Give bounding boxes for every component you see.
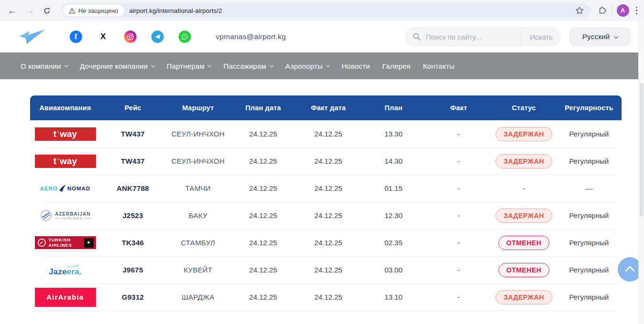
plan-time: 01.15 — [361, 184, 426, 192]
security-chip[interactable]: Не защищено — [63, 5, 124, 16]
extensions-icon[interactable] — [597, 6, 607, 15]
nav-item-7[interactable]: Галерея — [382, 62, 411, 70]
search-icon — [412, 32, 421, 41]
status-badge: ЗАДЕРЖАН — [496, 290, 552, 304]
reload-icon — [43, 7, 51, 15]
fact-time: - — [426, 211, 492, 219]
column-header: План — [361, 104, 426, 112]
site-logo[interactable] — [18, 29, 48, 45]
table-row: AERO NOMAD ANK7788 ТАМЧИ 24.12.25 24.12.… — [30, 175, 622, 202]
status-cell: ОТМЕНЕН — [491, 236, 557, 250]
aeronomad-logo: AERO NOMAD — [40, 184, 91, 193]
nav-item-label: Партнерам — [167, 62, 204, 70]
whatsapp-icon[interactable] — [179, 31, 191, 43]
facebook-icon[interactable]: f — [70, 31, 82, 43]
plan-date: 24.12.25 — [231, 266, 296, 274]
browser-menu-button[interactable] — [634, 5, 640, 17]
status-badge: ОТМЕНЕН — [498, 263, 550, 277]
language-selector[interactable]: Русский — [569, 27, 631, 46]
telegram-icon[interactable] — [151, 31, 164, 43]
fact-time: - — [426, 130, 492, 138]
nav-item-8[interactable]: Контакты — [423, 62, 454, 70]
airline-logo-cell: AirArabia — [30, 288, 100, 307]
status-cell: ЗАДЕРЖАН — [491, 154, 557, 168]
flight-number: J9675 — [100, 266, 166, 274]
nav-item-label: Аэропорты — [285, 62, 323, 70]
status-badge: ЗАДЕРЖАН — [496, 154, 552, 168]
chevron-down-icon — [151, 63, 155, 67]
forward-button[interactable]: → — [22, 3, 37, 18]
bird-logo-icon — [18, 29, 47, 45]
fact-time: - — [426, 239, 492, 247]
fact-date: 24.12.25 — [296, 293, 361, 301]
turkish-emblem-icon — [37, 238, 46, 247]
profile-avatar[interactable]: A — [617, 4, 629, 17]
airline-logo-cell: t’way — [30, 155, 100, 168]
chevron-up-icon — [625, 266, 635, 276]
tway-logo: t’way — [35, 127, 96, 141]
instagram-icon[interactable] — [124, 31, 137, 43]
nav-item-label: Дочерние компании — [80, 62, 148, 70]
nav-item-5[interactable]: Аэропорты — [285, 62, 329, 70]
airline-logo-cell: الجزيرة Jazeera. — [30, 264, 100, 276]
nav-item-label: Контакты — [423, 62, 454, 70]
nav-item-label: Пассажирам — [223, 62, 266, 70]
route: КУВЕЙТ — [166, 266, 231, 274]
fact-date: 24.12.25 — [296, 266, 361, 274]
address-bar[interactable]: Не защищено airport.kg/international-air… — [61, 3, 591, 18]
status-badge: ЗАДЕРЖАН — [496, 209, 552, 223]
regularity: — — [557, 184, 622, 192]
route: СЕУЛ-ИНЧХОН — [166, 130, 231, 138]
security-label: Не защищено — [78, 7, 118, 14]
url-text: airport.kg/international-airports/2 — [129, 7, 222, 14]
nav-item-1[interactable]: О компании — [21, 62, 67, 70]
browser-window: ← → Не защищено airport.kg/international… — [0, 0, 644, 324]
table-row: t’way TW437 СЕУЛ-ИНЧХОН 24.12.25 24.12.2… — [30, 147, 622, 175]
search-input[interactable] — [426, 33, 521, 41]
site-search: Искать — [405, 27, 560, 46]
fact-date: 24.12.25 — [296, 184, 361, 192]
airline-logo-cell: AERO NOMAD — [30, 184, 100, 193]
column-header: План дата — [231, 104, 296, 112]
column-header: Статус — [491, 104, 557, 112]
column-header: Маршрут — [166, 104, 231, 112]
nav-item-label: Галерея — [382, 62, 411, 70]
column-header: Авиакомпания — [30, 104, 100, 112]
nav-item-6[interactable]: Новости — [341, 62, 370, 70]
status-cell: ЗАДЕРЖАН — [491, 209, 557, 223]
route: ТАМЧИ — [166, 184, 231, 192]
bookmark-star-icon[interactable] — [575, 6, 584, 15]
reload-button[interactable] — [39, 3, 54, 18]
search-button[interactable]: Искать — [521, 28, 561, 46]
flights-table: АвиакомпанияРейсМаршрутПлан датаФакт дат… — [30, 95, 622, 311]
regularity: Регулярный — [557, 130, 622, 138]
scrollbar-thumb[interactable] — [640, 83, 644, 217]
flight-number: TK346 — [100, 239, 166, 247]
star-alliance-icon: ✶ — [84, 238, 94, 248]
nav-item-3[interactable]: Партнерам — [167, 62, 211, 70]
x-icon[interactable]: X — [97, 31, 109, 43]
status-cell: ЗАДЕРЖАН — [491, 290, 557, 304]
flight-number: ANK7788 — [100, 184, 166, 192]
table-body: t’way TW437 СЕУЛ-ИНЧХОН 24.12.25 24.12.2… — [30, 120, 622, 311]
avatar-letter: A — [621, 7, 625, 14]
nav-item-2[interactable]: Дочерние компании — [80, 62, 154, 70]
back-button[interactable]: ← — [5, 3, 20, 18]
turkish-airlines-logo: TURKISHAIRLINES ✶ — [35, 236, 96, 249]
column-header: Рейс — [100, 104, 166, 112]
nav-item-4[interactable]: Пассажирам — [223, 62, 273, 70]
flight-number: G9312 — [100, 293, 166, 301]
status-badge: ЗАДЕРЖАН — [496, 127, 552, 141]
chevron-down-icon — [326, 63, 330, 67]
main-navigation: О компанииДочерние компанииПартнерамПасс… — [0, 52, 644, 79]
table-row: AirArabia G9312 ШАРДЖА 24.12.25 24.12.25… — [30, 283, 622, 311]
chevron-down-icon — [614, 34, 619, 39]
flight-number: TW437 — [100, 157, 166, 165]
tway-logo: t’way — [35, 155, 96, 168]
table-row: TURKISHAIRLINES ✶ TK346 СТАМБУЛ 24.12.25… — [30, 229, 622, 256]
column-header: Факт дата — [296, 104, 361, 112]
chevron-down-icon — [270, 63, 274, 67]
page-scrollbar[interactable] — [638, 21, 644, 324]
plan-date: 24.12.25 — [231, 130, 296, 138]
plan-time: 12.30 — [361, 211, 426, 219]
